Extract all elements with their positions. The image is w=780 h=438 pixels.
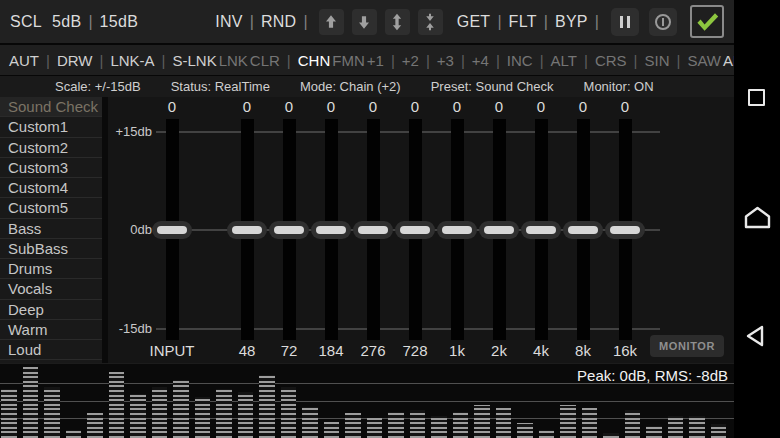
preset-item-custom4[interactable]: Custom4 xyxy=(0,178,102,198)
arrow-up-icon xyxy=(321,12,341,32)
preset-item-sound-check[interactable]: Sound Check xyxy=(0,97,102,117)
scale-button[interactable]: SCL xyxy=(10,13,42,31)
apply-button[interactable] xyxy=(690,5,724,38)
separator: | xyxy=(595,13,599,31)
band-slider-thumb[interactable] xyxy=(479,221,519,239)
separator: | xyxy=(162,52,166,69)
spectrum-bar xyxy=(388,412,404,438)
spectrum-bar xyxy=(560,405,576,438)
spectrum-bar xyxy=(582,408,598,438)
shift-down-button[interactable] xyxy=(352,9,377,35)
android-nav-bar xyxy=(734,0,780,438)
checkmark-icon xyxy=(694,10,720,34)
separator: | xyxy=(88,13,92,31)
equalizer-app-screen: SCL 5dB | 15dB INV | RND | xyxy=(0,0,780,438)
back-icon[interactable] xyxy=(744,324,766,348)
scale-5db-button[interactable]: 5dB xyxy=(52,13,81,31)
spectrum-bar xyxy=(23,367,39,438)
mode-button-saw[interactable]: SAW xyxy=(687,52,721,69)
filter-button[interactable]: FLT xyxy=(509,13,537,31)
recents-icon[interactable] xyxy=(748,89,765,106)
scale-label-minus15db: -15db xyxy=(108,321,152,336)
bypass-button[interactable]: BYP xyxy=(555,13,588,31)
mode-button-drw[interactable]: DRW xyxy=(57,52,93,69)
monitor-button[interactable]: MONITOR xyxy=(650,335,724,357)
mode-button-plus1[interactable]: +1 xyxy=(367,52,384,69)
band-slider-thumb[interactable] xyxy=(311,221,351,239)
info-icon xyxy=(655,14,671,30)
preset-item-warm[interactable]: Warm xyxy=(0,320,102,340)
scale-15db-button[interactable]: 15dB xyxy=(100,13,139,31)
invert-button[interactable]: INV xyxy=(215,13,243,31)
toolbar-right-group: INV | RND | xyxy=(215,5,724,38)
spectrum-bar xyxy=(689,416,705,438)
spectrum-bar xyxy=(216,389,232,438)
mode-button-plus2[interactable]: +2 xyxy=(402,52,419,69)
mode-button-clr[interactable]: CLR xyxy=(250,52,280,69)
arrows-collapse-icon xyxy=(420,12,440,32)
mode-button-lnk-a[interactable]: LNK-A xyxy=(110,52,154,69)
preset-item-custom1[interactable]: Custom1 xyxy=(0,117,102,137)
status-field-4: Monitor: ON xyxy=(584,79,654,94)
mode-button-crs[interactable]: CRS xyxy=(595,52,627,69)
band-gain-value: 0 xyxy=(142,98,202,115)
preset-item-drums[interactable]: Drums xyxy=(0,259,102,279)
mode-button-aut[interactable]: AUT xyxy=(9,52,39,69)
pause-icon xyxy=(620,16,630,28)
spectrum-bar xyxy=(345,413,361,438)
spectrum-bar xyxy=(453,412,469,438)
band-slider-thumb[interactable] xyxy=(269,221,309,239)
status-field-3: Preset: Sound Check xyxy=(431,79,554,94)
shift-up-button[interactable] xyxy=(319,9,344,35)
status-bar: Scale: +/-15dBStatus: RealTimeMode: Chai… xyxy=(0,76,734,97)
band-frequency-label: 16k xyxy=(595,342,655,359)
mode-button-chn[interactable]: CHN xyxy=(298,52,331,69)
peak-rms-readout: Peak: 0dB, RMS: -8dB xyxy=(577,367,728,384)
preset-item-custom3[interactable]: Custom3 xyxy=(0,158,102,178)
mode-button-lnk[interactable]: LNK xyxy=(219,52,248,69)
band-slider-thumb[interactable] xyxy=(437,221,477,239)
pause-button[interactable] xyxy=(611,8,639,36)
mode-toolbar: AUT|DRW|LNK-A|S-LNKLNKCLR|CHNFMN+1|+2|+3… xyxy=(0,45,734,76)
mode-button-inc[interactable]: INC xyxy=(507,52,533,69)
separator: | xyxy=(250,13,254,31)
spectrum-bar xyxy=(1,389,17,438)
preset-item-custom5[interactable]: Custom5 xyxy=(0,198,102,218)
mode-button-fmn[interactable]: FMN xyxy=(332,52,365,69)
preset-item-subbass[interactable]: SubBass xyxy=(0,239,102,259)
band-slider-thumb[interactable] xyxy=(353,221,393,239)
mode-button-sin[interactable]: SIN xyxy=(644,52,669,69)
preset-item-loud[interactable]: Loud xyxy=(0,340,102,360)
mode-button-s-lnk[interactable]: S-LNK xyxy=(172,52,216,69)
preset-item-bass[interactable]: Bass xyxy=(0,219,102,239)
home-icon[interactable] xyxy=(744,205,771,230)
arrows-expand-icon xyxy=(387,12,407,32)
mode-button-plus3[interactable]: +3 xyxy=(437,52,454,69)
mode-button-plus4[interactable]: +4 xyxy=(472,52,489,69)
band-slider-thumb[interactable] xyxy=(152,221,192,239)
info-button[interactable] xyxy=(649,8,677,36)
status-field-1: Status: RealTime xyxy=(171,79,270,94)
get-button[interactable]: GET xyxy=(457,13,491,31)
preset-list: Sound CheckCustom1Custom2Custom3Custom4C… xyxy=(0,97,108,363)
separator: | xyxy=(426,52,430,69)
status-field-2: Mode: Chain (+2) xyxy=(300,79,401,94)
band-slider-thumb[interactable] xyxy=(395,221,435,239)
band-slider-thumb[interactable] xyxy=(227,221,267,239)
random-button[interactable]: RND xyxy=(261,13,297,31)
status-field-0: Scale: +/-15dB xyxy=(55,79,141,94)
band-slider-thumb[interactable] xyxy=(521,221,561,239)
collapse-range-button[interactable] xyxy=(418,9,443,35)
preset-item-custom2[interactable]: Custom2 xyxy=(0,138,102,158)
main-area: Sound CheckCustom1Custom2Custom3Custom4C… xyxy=(0,97,734,363)
band-slider-thumb[interactable] xyxy=(605,221,645,239)
mode-button-alt[interactable]: ALT xyxy=(551,52,577,69)
expand-range-button[interactable] xyxy=(385,9,410,35)
separator: | xyxy=(391,52,395,69)
spectrum-bar xyxy=(195,397,211,438)
band-slider-thumb[interactable] xyxy=(563,221,603,239)
preset-item-vocals[interactable]: Vocals xyxy=(0,279,102,299)
spectrum-bar xyxy=(431,416,447,438)
preset-item-deep[interactable]: Deep xyxy=(0,300,102,320)
spectrum-bar xyxy=(324,422,340,438)
